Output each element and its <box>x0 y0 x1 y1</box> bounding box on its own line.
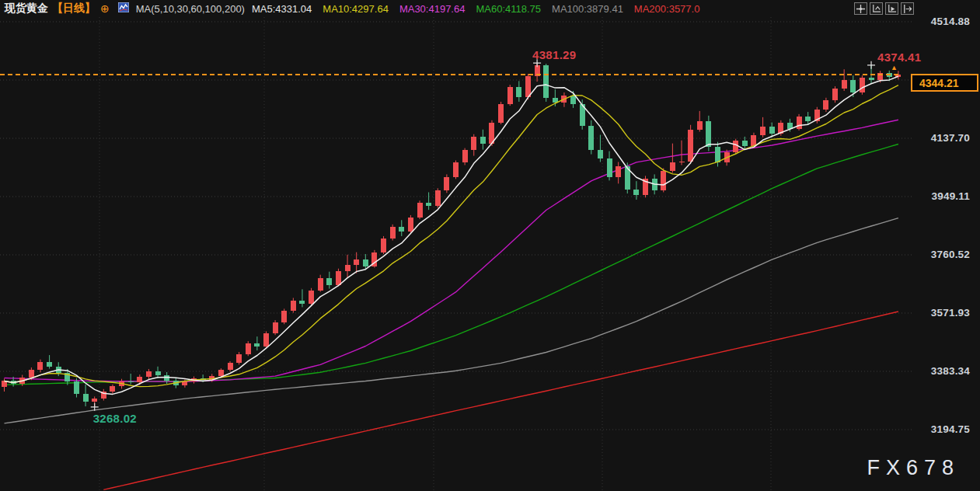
candle-body <box>742 141 748 145</box>
candle-body <box>805 117 811 121</box>
price-axis-label: 3949.11 <box>932 190 970 202</box>
candle-body <box>263 333 269 346</box>
candle-body <box>633 190 639 196</box>
candle-body <box>291 301 296 312</box>
candle-body <box>453 162 459 176</box>
candle-body <box>588 126 594 151</box>
ma-value-ma200: MA200:3577.0 <box>634 3 700 15</box>
candle-body <box>137 377 142 383</box>
ma-value-ma10: MA10:4297.64 <box>323 3 389 15</box>
chart-header: 现货黄金 【日线】 ⊕ MA(5,10,30,60,100,200) MA5:4… <box>0 0 980 17</box>
candle-body <box>426 203 431 206</box>
candle-body <box>281 311 287 322</box>
gold-daily-chart-app: { "header": { "symbol": "现货黄金", "period"… <box>0 0 980 491</box>
candle-body <box>860 78 865 92</box>
candle-body <box>570 96 576 104</box>
candle-body <box>715 147 720 162</box>
candle-body <box>246 343 251 354</box>
candle-body <box>850 80 856 92</box>
low-label: 3268.02 <box>93 412 137 425</box>
recent-high-label: 4374.41 <box>877 50 921 64</box>
candle-body <box>507 87 513 103</box>
candle-body <box>92 399 97 402</box>
candle-body <box>869 78 874 80</box>
candle-body <box>751 135 756 146</box>
candle-body <box>462 150 468 162</box>
ma-value-ma30: MA30:4197.64 <box>399 3 466 15</box>
candle-body <box>47 362 52 367</box>
candle-body <box>37 362 43 370</box>
price-axis-label: 4514.88 <box>931 16 970 27</box>
candle-body <box>607 158 612 177</box>
candle-body <box>688 130 693 162</box>
ma200-line <box>103 312 898 489</box>
symbol-name: 现货黄金 <box>5 2 48 16</box>
candle-body <box>318 278 323 291</box>
ma-params-label: MA(5,10,30,60,100,200) <box>136 3 245 15</box>
candle-body <box>354 259 359 265</box>
candle-body <box>399 227 404 232</box>
candle-body <box>697 121 703 130</box>
candle-body <box>670 162 675 170</box>
chart-toolbar <box>854 2 914 15</box>
candle-body <box>417 203 423 218</box>
candle-body <box>832 89 838 100</box>
candle-body <box>390 227 396 239</box>
candle-body <box>471 137 476 150</box>
candle-body <box>155 371 161 375</box>
price-axis-label: 3571.93 <box>931 307 970 319</box>
candle-body <box>598 150 603 158</box>
price-marker-arrow-icon: ▲ <box>891 64 898 71</box>
candle-body <box>110 386 115 391</box>
candle-body <box>787 123 793 129</box>
candle-body <box>706 121 711 147</box>
candle-body <box>83 394 89 402</box>
candle-body <box>760 127 766 135</box>
candle-body <box>661 171 666 190</box>
ma-value-ma100: MA100:3879.41 <box>552 3 623 15</box>
candle-body <box>146 371 152 377</box>
candle-body <box>444 177 449 190</box>
current-price-tag: 4344.21 <box>911 74 978 92</box>
candle-body <box>326 278 332 285</box>
candle-body <box>218 370 224 376</box>
timeframe-label: 【日线】 <box>52 2 96 16</box>
fx678-watermark: FX678 <box>867 456 960 480</box>
circle-plus-icon[interactable]: ⊕ <box>100 3 110 14</box>
candle-body <box>128 381 134 383</box>
candle-body <box>309 291 314 305</box>
ma60-line <box>5 145 898 385</box>
indicator-icon[interactable] <box>118 2 129 15</box>
axis-play-icon[interactable] <box>885 2 898 15</box>
candle-body <box>543 65 549 97</box>
candle-body <box>228 363 233 370</box>
pane-expand-icon[interactable] <box>901 2 914 15</box>
peak-high-label: 4381.29 <box>532 48 576 61</box>
candlestick-chart-canvas[interactable] <box>0 0 980 491</box>
candle-body <box>480 137 486 145</box>
candle-body <box>769 127 775 134</box>
candle-body <box>273 322 278 333</box>
candle-body <box>733 141 738 151</box>
axis-scale-icon[interactable] <box>870 2 883 15</box>
move-crosshair-icon[interactable] <box>854 2 867 15</box>
candle-body <box>29 370 34 378</box>
candle-body <box>363 259 368 266</box>
price-axis-label: 3383.34 <box>931 365 970 377</box>
candle-body <box>254 343 260 346</box>
candle-body <box>679 162 685 163</box>
candle-body <box>336 271 341 284</box>
candle-body <box>823 100 828 110</box>
candle-body <box>345 265 350 272</box>
candle-body <box>525 76 531 97</box>
extreme-cross-icon <box>867 61 875 69</box>
price-axis-label: 3194.75 <box>931 423 970 435</box>
candle-body <box>616 166 621 176</box>
ma-values-row: MA5:4331.04MA10:4297.64MA30:4197.64MA60:… <box>252 3 699 15</box>
candle-body <box>74 381 79 394</box>
candle-body <box>299 301 305 305</box>
ma100-line <box>5 218 898 423</box>
ma-value-ma60: MA60:4118.75 <box>476 3 541 15</box>
price-axis-label: 3760.52 <box>931 249 970 260</box>
ma5-line <box>5 76 898 394</box>
